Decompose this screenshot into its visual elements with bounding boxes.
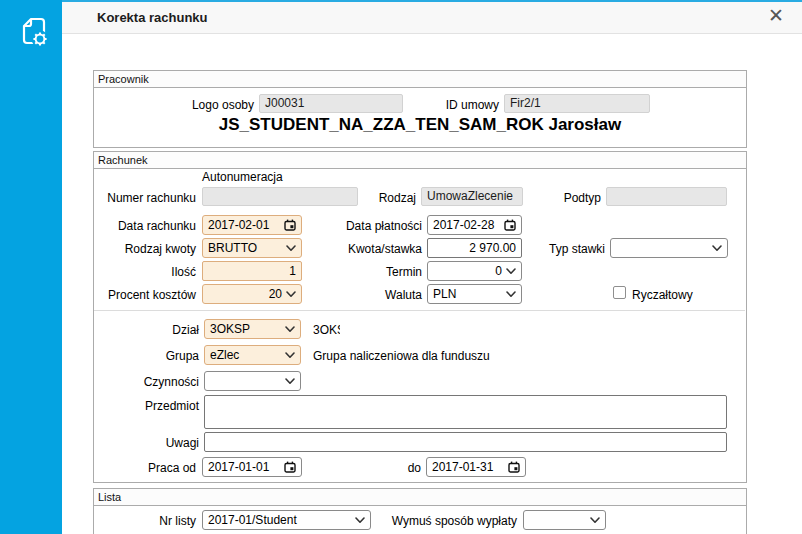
chevron-down-icon xyxy=(285,326,295,333)
chevron-down-icon xyxy=(285,352,295,359)
close-icon[interactable]: ✕ xyxy=(764,4,788,28)
praca-od-label: Praca od xyxy=(88,461,196,475)
wymus-sposob-wyplaty-select[interactable] xyxy=(523,510,606,530)
chevron-down-icon xyxy=(506,291,516,298)
grupa-label: Grupa xyxy=(88,349,199,363)
chevron-down-icon xyxy=(285,378,295,385)
chevron-down-icon xyxy=(506,268,516,275)
waluta-select[interactable]: PLN xyxy=(427,284,522,304)
podtyp-label: Podtyp xyxy=(530,191,601,205)
nr-listy-label: Nr listy xyxy=(88,514,196,528)
rodzaj-field: UmowaZlecenie xyxy=(421,187,523,206)
typ-stawki-label: Typ stawki xyxy=(530,242,605,256)
czynnosci-select[interactable] xyxy=(204,371,301,391)
grupa-select[interactable]: eZlec xyxy=(204,345,301,365)
ilosc-label: Ilość xyxy=(88,265,196,279)
lista-legend: Lista xyxy=(94,489,746,506)
wymus-sposob-wyplaty-label: Wymuś sposób wypłaty xyxy=(385,514,517,528)
calendar-icon[interactable] xyxy=(508,461,520,473)
rodzaj-label: Rodzaj xyxy=(340,191,416,205)
czynnosci-label: Czynności xyxy=(88,375,199,389)
uwagi-label: Uwagi xyxy=(88,436,199,450)
termin-label: Termin xyxy=(335,265,422,279)
logo-osoby-label: Logo osoby xyxy=(150,98,254,112)
praca-do-label: do xyxy=(390,461,421,475)
section-divider xyxy=(94,310,745,311)
data-platnosci-label: Data płatności xyxy=(335,219,422,233)
chevron-down-icon xyxy=(286,245,296,252)
podtyp-field xyxy=(606,187,727,206)
procent-kosztow-select[interactable]: 20 xyxy=(202,284,302,304)
calendar-icon[interactable] xyxy=(284,461,296,473)
kwota-stawka-label: Kwota/stawka xyxy=(335,242,422,256)
dialog-header: Korekta rachunku xyxy=(62,2,802,34)
praca-od-input[interactable]: 2017-01-01 xyxy=(202,457,302,477)
dzial-select[interactable]: 3OKSP xyxy=(204,319,301,339)
rachunek-legend: Rachunek xyxy=(94,152,746,169)
id-umowy-label: ID umowy xyxy=(415,98,499,112)
id-umowy-field: Fir2/1 xyxy=(504,94,650,113)
kwota-stawka-input[interactable] xyxy=(427,238,522,258)
chevron-down-icon xyxy=(590,517,600,524)
document-gear-icon xyxy=(12,12,52,56)
numer-rachunku-label: Numer rachunku xyxy=(88,191,196,205)
grupa-hint: Grupa naliczeniowa dla funduszu xyxy=(313,349,490,363)
calendar-icon[interactable] xyxy=(504,219,516,231)
korekta-rachunku-dialog: Korekta rachunku ✕ Pracownik Logo osoby … xyxy=(0,0,802,534)
uwagi-input[interactable] xyxy=(204,432,727,452)
data-rachunku-input[interactable]: 2017-02-01 xyxy=(202,215,302,235)
autonumeracja-label: Autonumeracja xyxy=(202,170,283,184)
calendar-icon[interactable] xyxy=(284,219,296,231)
data-rachunku-label: Data rachunku xyxy=(88,219,196,233)
logo-osoby-field: J00031 xyxy=(259,94,403,113)
chevron-down-icon xyxy=(355,517,365,524)
ryczaltowy-label: Ryczałtowy xyxy=(632,288,693,302)
numer-rachunku-field xyxy=(202,187,358,206)
przedmiot-label: Przedmiot xyxy=(88,399,199,413)
rodzaj-kwoty-select[interactable]: BRUTTO xyxy=(202,238,302,258)
chevron-down-icon xyxy=(712,245,722,252)
dzial-hint: 3OKS xyxy=(313,323,340,337)
procent-kosztow-label: Procent kosztów xyxy=(88,288,196,302)
nr-listy-select[interactable]: 2017-01/Student xyxy=(202,510,371,530)
waluta-label: Waluta xyxy=(335,288,422,302)
rodzaj-kwoty-label: Rodzaj kwoty xyxy=(88,242,196,256)
chevron-down-icon xyxy=(286,291,296,298)
praca-do-input[interactable]: 2017-01-31 xyxy=(426,457,526,477)
ilosc-input[interactable] xyxy=(202,261,302,281)
app-sidebar xyxy=(0,0,62,534)
ryczaltowy-checkbox[interactable] xyxy=(613,286,626,299)
termin-select[interactable]: 0 xyxy=(427,261,522,281)
data-platnosci-input[interactable]: 2017-02-28 xyxy=(427,215,522,235)
dzial-label: Dział xyxy=(88,323,199,337)
pracownik-legend: Pracownik xyxy=(94,71,746,88)
typ-stawki-select[interactable] xyxy=(610,238,728,258)
dialog-title: Korekta rachunku xyxy=(97,2,208,34)
person-name: JS_STUDENT_NA_ZZA_TEN_SAM_ROK Jarosław xyxy=(93,115,747,135)
przedmiot-textarea[interactable] xyxy=(204,395,727,429)
